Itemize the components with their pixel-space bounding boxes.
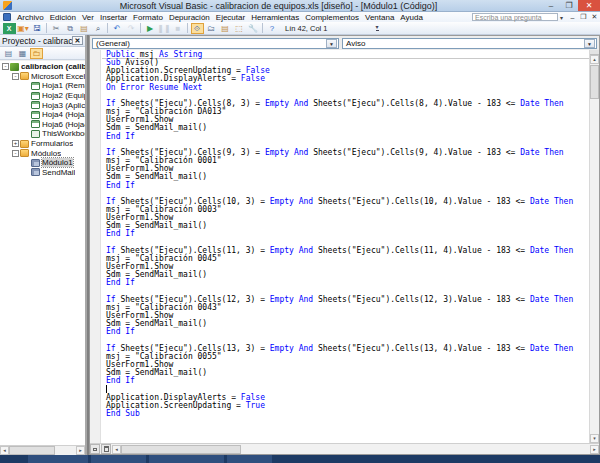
ask-question-input[interactable]: Escriba una pregunta <box>472 13 558 21</box>
child-restore-button[interactable]: ❐ <box>578 13 589 21</box>
view-object-icon[interactable]: ▦ <box>16 48 29 59</box>
restore-button[interactable]: ❐ <box>560 0 578 11</box>
question-dropdown-icon[interactable]: ▾ <box>560 14 563 21</box>
scrollbar-thumb[interactable] <box>9 446 55 455</box>
code-line[interactable]: End If <box>102 377 589 385</box>
code-line[interactable]: End If <box>102 133 589 141</box>
code-line[interactable]: Sdm = SendMail_mail() <box>102 369 589 377</box>
tree-item-hoja6-hoja4[interactable]: Hoja6 (Hoja4) <box>0 120 85 130</box>
collapse-icon[interactable]: - <box>12 150 19 157</box>
collapse-icon[interactable]: - <box>12 73 19 80</box>
child-close-button[interactable]: ✕ <box>589 13 600 21</box>
find-icon[interactable]: ⌕ <box>92 23 105 34</box>
scroll-left-icon[interactable]: ◂ <box>112 445 121 454</box>
scroll-right-icon[interactable]: ▸ <box>590 445 599 454</box>
tree-item-thisworkbook[interactable]: ThisWorkbook <box>0 129 85 139</box>
collapse-icon[interactable]: - <box>2 63 9 70</box>
cut-icon[interactable]: ✂ <box>50 23 63 34</box>
project-explorer-icon[interactable]: 🗂 <box>205 23 218 34</box>
code-line[interactable]: Sdm = SendMail_mail() <box>102 124 589 132</box>
run-icon[interactable]: ▶ <box>144 23 157 34</box>
toolbar-overflow-icon[interactable]: ▾ <box>376 25 379 31</box>
code-line[interactable]: Sdm = SendMail_mail() <box>102 222 589 230</box>
project-explorer-close-icon[interactable]: ✕ <box>72 36 83 45</box>
code-line[interactable]: msj = "Calibración 0043" <box>102 304 589 312</box>
stop-icon[interactable]: ■ <box>172 23 185 34</box>
redo-icon[interactable]: ↷ <box>125 23 138 34</box>
procedure-view-button[interactable] <box>90 444 100 454</box>
code-line[interactable]: msj = "Calibración DA013" <box>102 108 589 116</box>
code-line[interactable]: Sdm = SendMail_mail() <box>102 173 589 181</box>
help-icon[interactable]: ? <box>266 23 279 34</box>
properties-window-icon[interactable]: ▤ <box>219 23 232 34</box>
code-line[interactable]: End If <box>102 230 589 238</box>
code-line[interactable]: End If <box>102 328 589 336</box>
tree-item-microsoft-excel-objetos[interactable]: -Microsoft Excel Objetos <box>0 72 85 82</box>
menu-edicion[interactable]: Edición <box>47 12 79 22</box>
menu-ayuda[interactable]: Ayuda <box>397 12 426 22</box>
code-line[interactable]: End Sub <box>102 410 589 418</box>
module-icon <box>31 168 40 176</box>
toggle-folders-icon[interactable]: 🗀 <box>30 48 43 59</box>
code-vertical-scrollbar[interactable]: ▴ ▾ <box>589 50 599 443</box>
menu-formato[interactable]: Formato <box>130 12 166 22</box>
child-minimize-button[interactable]: – <box>567 14 578 21</box>
tree-item-formularios[interactable]: +Formularios <box>0 139 85 149</box>
view-code-icon[interactable]: ▤ <box>2 48 15 59</box>
code-line[interactable]: msj = "Calibración 0055" <box>102 353 589 361</box>
scrollbar-thumb[interactable] <box>590 65 599 99</box>
toolbox-icon[interactable]: 🔧 <box>247 23 260 34</box>
menu-ejecutar[interactable]: Ejecutar <box>213 12 248 22</box>
pause-icon[interactable]: ❚❚ <box>158 23 171 34</box>
code-line[interactable]: On Error Resume Next <box>102 84 589 92</box>
code-line[interactable]: msj = "Calibración 0045" <box>102 255 589 263</box>
minimize-button[interactable]: – <box>542 0 560 11</box>
tree-item-hoja1-remachadoras[interactable]: Hoja1 (Remachadoras <box>0 81 85 91</box>
code-line[interactable]: Sdm = SendMail_mail() <box>102 320 589 328</box>
project-horizontal-scrollbar[interactable]: ◂ ▸ <box>0 445 85 455</box>
procedure-dropdown[interactable]: Aviso ▼ <box>342 38 597 49</box>
code-line[interactable]: msj = "Calibración 0003" <box>102 206 589 214</box>
menu-complementos[interactable]: Complementos <box>302 12 362 22</box>
scrollbar-thumb[interactable] <box>121 445 241 454</box>
scroll-right-icon[interactable]: ▸ <box>76 446 85 455</box>
full-module-view-button[interactable] <box>101 444 111 454</box>
tree-item-mo-dulo1[interactable]: Módulo1 <box>0 158 85 168</box>
tree-item-sendmail[interactable]: SendMail <box>0 168 85 178</box>
expand-icon[interactable]: + <box>12 140 19 147</box>
code-line[interactable]: Sdm = SendMail_mail() <box>102 271 589 279</box>
code-line[interactable]: End If <box>102 182 589 190</box>
object-dropdown[interactable]: (General) ▼ <box>92 38 339 49</box>
tree-item-hoja3-aplicadores[interactable]: Hoja3 (Aplicadores) <box>0 100 85 110</box>
code-line[interactable]: End If <box>102 279 589 287</box>
tree-item-mo-dulos[interactable]: -Módulos <box>0 148 85 158</box>
design-mode-icon[interactable]: ⟐ <box>191 23 204 34</box>
view-excel-icon[interactable]: X <box>3 23 16 34</box>
insert-userform-icon[interactable]: ▣▾ <box>17 23 30 34</box>
paste-icon[interactable]: ▤ <box>78 23 91 34</box>
tree-item-calibracion-calibracion-e[interactable]: -calibracion (calibracion e <box>0 62 85 72</box>
chevron-down-icon[interactable]: ▼ <box>584 39 595 48</box>
code-line[interactable]: Application.ScreenUpdating = True <box>102 402 589 410</box>
scroll-left-icon[interactable]: ◂ <box>0 446 9 455</box>
undo-icon[interactable]: ↶ <box>111 23 124 34</box>
tree-item-hoja2-equipo[interactable]: Hoja2 (Equipo) <box>0 91 85 101</box>
chevron-down-icon[interactable]: ▼ <box>326 39 337 48</box>
code-line[interactable]: msj = "Calibración 0001" <box>102 157 589 165</box>
menu-archivo[interactable]: Archivo <box>14 12 47 22</box>
menu-depuracion[interactable]: Depuración <box>166 12 213 22</box>
save-icon[interactable]: 🖫 <box>31 23 44 34</box>
tree-item-hoja4-hoja1[interactable]: Hoja4 (Hoja1) <box>0 110 85 120</box>
menu-herramientas[interactable]: Herramientas <box>248 12 302 22</box>
scroll-up-icon[interactable]: ▴ <box>590 55 599 64</box>
menu-ventana[interactable]: Ventana <box>362 12 397 22</box>
scroll-down-icon[interactable]: ▾ <box>590 434 599 443</box>
menu-ver[interactable]: Ver <box>79 12 97 22</box>
code-editor[interactable]: Public msj As StringSub Aviso()Applicati… <box>90 50 589 443</box>
menu-insertar[interactable]: Insertar <box>97 12 130 22</box>
code-line[interactable]: Public msj As String <box>102 51 589 59</box>
close-button[interactable]: ✕ <box>578 0 600 11</box>
object-browser-icon[interactable]: ⬚ <box>233 23 246 34</box>
copy-icon[interactable]: ⧉ <box>64 23 77 34</box>
code-margin-bar[interactable] <box>90 50 101 443</box>
